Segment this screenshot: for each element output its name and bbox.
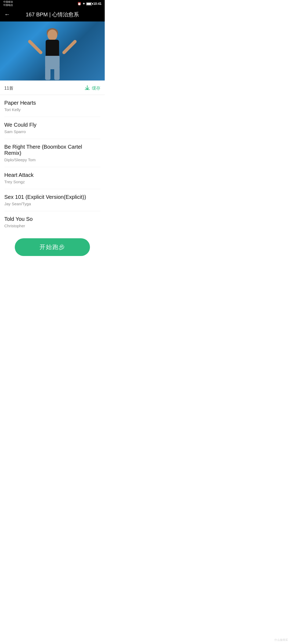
list-item[interactable]: Paper Hearts Tori Kelly bbox=[4, 95, 100, 117]
leg-left bbox=[45, 67, 50, 80]
status-right: ⏰ ✦ 10:41 bbox=[77, 2, 102, 6]
song-artist: Jay Sean/Tyga bbox=[4, 202, 100, 206]
carrier-info: 中国移动 中国电信 bbox=[3, 1, 13, 7]
bottom-area: 开始跑步 bbox=[0, 233, 105, 264]
status-bar: 中国移动 中国电信 ⏰ ✦ 10:41 bbox=[0, 0, 105, 8]
playlist-toolbar: 11首 缓存 bbox=[0, 80, 105, 95]
person-body bbox=[46, 40, 59, 57]
carrier2-label: 中国电信 bbox=[3, 4, 13, 7]
song-title: Be Right There (Boombox Cartel Remix) bbox=[4, 144, 100, 156]
song-title: Heart Attack bbox=[4, 172, 100, 178]
song-count: 11首 bbox=[4, 86, 13, 91]
hero-image bbox=[0, 21, 105, 80]
song-artist: Trey Songz bbox=[4, 180, 100, 184]
leg-right bbox=[54, 67, 60, 80]
cache-label: 缓存 bbox=[92, 86, 100, 91]
alarm-icon: ⏰ bbox=[77, 2, 81, 6]
list-item[interactable]: Heart Attack Trey Songz bbox=[4, 167, 100, 189]
list-item[interactable]: We Could Fly Sam Sparro bbox=[4, 117, 100, 139]
song-artist: Christopher bbox=[4, 224, 100, 228]
start-run-button[interactable]: 开始跑步 bbox=[15, 238, 90, 256]
carrier1-label: 中国移动 bbox=[3, 1, 13, 4]
arm-right bbox=[62, 39, 77, 55]
song-title: We Could Fly bbox=[4, 122, 100, 128]
song-title: Paper Hearts bbox=[4, 100, 100, 106]
time-display: 10:41 bbox=[93, 2, 102, 6]
header: ← 167 BPM | 心情治愈系 bbox=[0, 8, 105, 21]
list-item[interactable]: Told You So Christopher bbox=[4, 211, 100, 233]
person-head bbox=[48, 30, 57, 40]
cache-button[interactable]: 缓存 bbox=[84, 85, 100, 92]
download-icon bbox=[84, 85, 90, 92]
arm-left bbox=[27, 39, 43, 55]
song-title: Sex 101 (Explicit Version(Explicit)) bbox=[4, 194, 100, 200]
song-title: Told You So bbox=[4, 216, 100, 222]
list-item[interactable]: Be Right There (Boombox Cartel Remix) Di… bbox=[4, 139, 100, 167]
battery-icon bbox=[86, 2, 92, 5]
song-artist: Diplo/Sleepy Tom bbox=[4, 158, 100, 162]
back-button[interactable]: ← bbox=[4, 11, 10, 18]
page-title: 167 BPM | 心情治愈系 bbox=[12, 11, 92, 18]
bluetooth-icon: ✦ bbox=[82, 2, 85, 6]
hero-figure bbox=[0, 21, 105, 80]
person-illustration bbox=[36, 27, 68, 80]
song-artist: Tori Kelly bbox=[4, 107, 100, 112]
song-artist: Sam Sparro bbox=[4, 129, 100, 134]
list-item[interactable]: Sex 101 (Explicit Version(Explicit)) Jay… bbox=[4, 189, 100, 211]
song-list: Paper Hearts Tori Kelly We Could Fly Sam… bbox=[0, 95, 105, 233]
